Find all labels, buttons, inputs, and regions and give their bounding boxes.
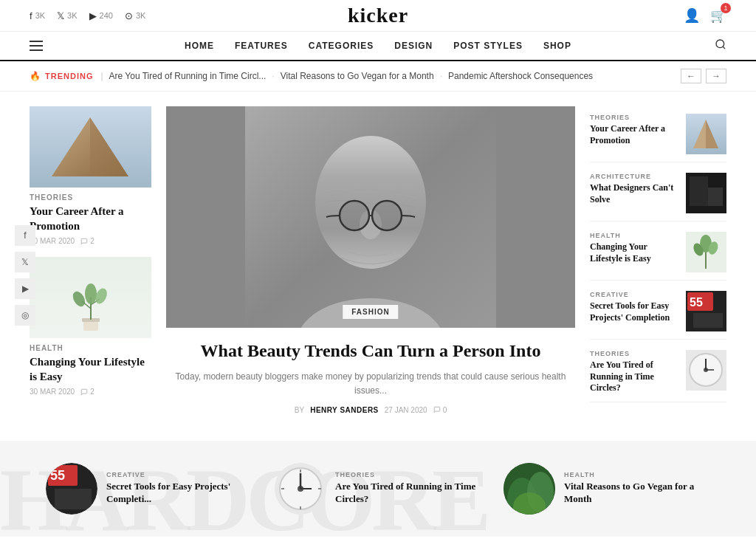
left-article-1-title[interactable]: Changing Your Lifestyle is Easy [30,355,151,384]
bottom-article-1: THEORIES Are You Tired of Running in Tim… [275,463,481,515]
twitter-social-item[interactable]: 𝕏 3K [57,10,77,21]
bottom-article-1-title[interactable]: Are You Tired of Running in Time Circles… [335,481,481,506]
fire-icon: 🔥 [30,71,41,81]
featured-title[interactable]: What Beauty Trends Can Turn a Person Int… [173,340,568,362]
right-article-3-category: CREATIVE [590,291,678,298]
float-instagram-button[interactable]: ◎ [15,305,35,326]
right-article-0-title[interactable]: Your Career After a Promotion [590,123,678,146]
nav-home[interactable]: HOME [185,41,214,51]
hamburger-menu-button[interactable] [30,41,43,51]
bottom-article-0: 55 CREATIVE Secret Tools for Easy Projec… [46,463,252,515]
trending-items: | Are You Tired of Running in Time Circl… [100,71,673,81]
right-article-3-text: CREATIVE Secret Tools for Easy Projects'… [590,291,678,323]
svg-point-10 [85,283,97,304]
left-article-0-meta: 30 MAR 2020 2 [30,237,151,245]
trending-prev-button[interactable]: ← [681,69,701,83]
center-featured: FASHION What Beauty Trends Can Turn a Pe… [166,106,575,426]
right-article-0-image[interactable] [686,114,726,154]
site-logo[interactable]: kicker [348,4,408,27]
left-article-1-image[interactable] [30,257,151,338]
featured-image[interactable]: FASHION [166,106,575,328]
facebook-social-item[interactable]: f 3K [30,10,45,21]
svg-point-18 [372,201,402,230]
instagram-social-item[interactable]: ⊙ 3K [125,10,145,21]
bottom-article-2-image[interactable] [504,463,555,515]
svg-text:55: 55 [50,468,65,483]
cart-icon-wrap[interactable]: 🛒 1 [710,7,726,24]
featured-comments: 0 [433,406,447,414]
featured-content: What Beauty Trends Can Turn a Person Int… [166,328,575,426]
bottom-article-1-image[interactable] [275,463,326,515]
bottom-article-0-title[interactable]: Secret Tools for Easy Projects' Completi… [106,481,252,506]
left-article-1-meta: 30 MAR 2020 2 [30,388,151,396]
left-article-0-image[interactable] [30,106,151,188]
social-counts: f 3K 𝕏 3K ▶ 240 ⊙ 3K [30,10,145,21]
main-content: THEORIES Your Career After a Promotion 3… [0,92,756,441]
right-article-1-image[interactable] [686,173,726,213]
svg-line-1 [723,47,725,49]
facebook-count: 3K [35,11,45,20]
social-bar: f 3K 𝕏 3K ▶ 240 ⊙ 3K kicker 👤 🛒 1 [0,0,756,32]
float-facebook-button[interactable]: f [15,225,35,246]
user-icon[interactable]: 👤 [684,7,700,24]
float-twitter-button[interactable]: 𝕏 [15,252,35,272]
hamburger-line [30,41,43,42]
featured-category-badge: FASHION [343,305,398,319]
float-youtube-button[interactable]: ▶ [15,278,35,299]
instagram-count: 3K [136,11,145,20]
right-article-3-title[interactable]: Secret Tools for Easy Projects' Completi… [590,300,678,323]
right-article-1-text: ARCHITECTURE What Designers Can't Solve [590,173,678,205]
right-article-2-image[interactable] [686,232,726,272]
nav-categories[interactable]: CATEGORIES [309,41,374,51]
nav-design[interactable]: DESIGN [394,41,433,51]
featured-date: 27 JAN 2020 [385,406,427,414]
featured-author[interactable]: HENRY SANDERS [310,406,379,414]
bottom-article-0-category: CREATIVE [106,471,252,478]
right-article-4-category: THEORIES [590,350,678,357]
right-article-1-title[interactable]: What Designers Can't Solve [590,182,678,205]
nav-shop[interactable]: SHOP [543,41,571,51]
hamburger-line [30,49,43,51]
right-article-1: ARCHITECTURE What Designers Can't Solve [590,165,726,221]
right-article-0-category: THEORIES [590,114,678,121]
youtube-icon: ▶ [89,10,97,21]
right-article-2-title[interactable]: Changing Your Lifestyle is Easy [590,241,678,264]
search-button[interactable] [715,38,726,53]
youtube-count: 240 [100,11,113,20]
left-article-0-date: 30 MAR 2020 [30,237,75,245]
svg-rect-43 [55,489,92,509]
left-article-0-title[interactable]: Your Career After a Promotion [30,204,151,233]
trending-item-0[interactable]: Are You Tired of Running in Time Circl..… [109,71,267,81]
bottom-article-2-text: HEALTH Vital Reasons to Go Vegan for a M… [564,471,710,506]
trending-item-2[interactable]: Pandemic Aftershock Consequences [448,71,593,81]
floating-social-sidebar: f 𝕏 ▶ ◎ [15,225,35,326]
left-article-0-category: THEORIES [30,193,151,202]
bottom-articles: 55 CREATIVE Secret Tools for Easy Projec… [46,463,710,515]
svg-point-0 [716,40,724,48]
right-article-2: HEALTH Changing Your Lifestyle is Easy [590,224,726,281]
right-article-3-image[interactable]: 55 [686,291,726,331]
bottom-article-1-category: THEORIES [335,471,481,478]
trending-next-button[interactable]: → [706,69,726,83]
bottom-article-0-image[interactable]: 55 [46,463,97,515]
trending-nav: ← → [681,69,726,83]
bottom-article-0-text: CREATIVE Secret Tools for Easy Projects'… [106,471,252,506]
featured-author-label: BY [295,406,304,414]
svg-text:55: 55 [690,296,703,309]
svg-rect-25 [708,188,723,206]
trending-label: 🔥 TRENDING [30,71,93,81]
right-article-4: THEORIES Are You Tired of Running in Tim… [590,343,726,402]
right-article-4-image[interactable] [686,350,726,391]
nav-features[interactable]: FEATURES [235,41,288,51]
cart-badge: 1 [721,3,731,13]
nav-links: HOME FEATURES CATEGORIES DESIGN POST STY… [185,41,571,51]
bottom-article-2-title[interactable]: Vital Reasons to Go Vegan for a Month [564,481,710,506]
featured-meta: BY HENRY SANDERS 27 JAN 2020 0 [173,406,568,414]
nav-post-styles[interactable]: POST STYLES [453,41,523,51]
trending-item-1[interactable]: Vital Reasons to Go Vegan for a Month [281,71,434,81]
right-article-4-title[interactable]: Are You Tired of Running in Time Circles… [590,360,678,394]
right-article-0: THEORIES Your Career After a Promotion [590,106,726,162]
bottom-article-2-category: HEALTH [564,471,710,478]
youtube-social-item[interactable]: ▶ 240 [89,10,113,21]
bottom-article-2: HEALTH Vital Reasons to Go Vegan for a M… [504,463,710,515]
